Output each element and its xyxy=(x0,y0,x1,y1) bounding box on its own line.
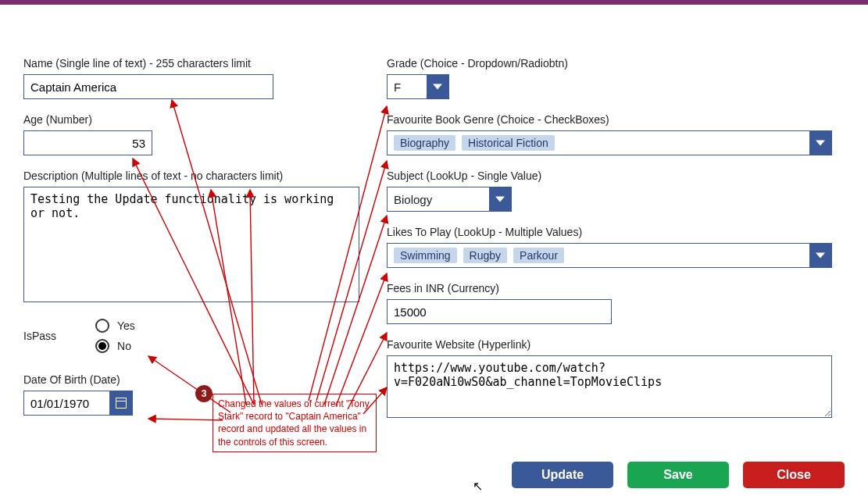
save-button-label: Save xyxy=(663,468,692,482)
fees-input[interactable] xyxy=(387,299,612,324)
likes-chip: Rugby xyxy=(463,248,507,263)
genre-field: Favourite Book Genre (Choice - CheckBoxe… xyxy=(387,113,840,155)
likes-field: Likes To Play (LookUp - Multiple Values)… xyxy=(387,226,840,268)
form-panel: Name (Single line of text) - 255 charact… xyxy=(12,22,856,496)
annotation-number: 3 xyxy=(202,388,207,399)
genre-multiselect[interactable]: Biography Historical Fiction xyxy=(387,130,832,155)
chevron-down-icon xyxy=(427,75,448,98)
dob-calendar-button[interactable] xyxy=(109,391,133,416)
ispass-radio-group: Yes No xyxy=(95,319,135,353)
ispass-radio-no[interactable]: No xyxy=(95,339,135,353)
annotation-badge: 3 xyxy=(195,385,213,402)
dob-input[interactable] xyxy=(23,391,109,416)
likes-chip: Parkour xyxy=(513,248,564,263)
update-button-label: Update xyxy=(541,468,584,482)
age-input[interactable] xyxy=(23,130,152,155)
name-label: Name (Single line of text) - 255 charact… xyxy=(23,57,367,70)
genre-label: Favourite Book Genre (Choice - CheckBoxe… xyxy=(387,113,840,126)
description-textarea[interactable]: Testing the Update functionality is work… xyxy=(23,187,359,302)
fees-label: Fees in INR (Currency) xyxy=(387,282,840,294)
radio-icon xyxy=(95,319,109,333)
dob-input-wrap xyxy=(23,391,133,416)
grade-label: Grade (Choice - Dropdown/Radiobtn) xyxy=(387,57,840,70)
chevron-down-icon xyxy=(809,244,831,267)
name-field: Name (Single line of text) - 255 charact… xyxy=(23,57,367,99)
chevron-down-icon xyxy=(809,131,831,155)
close-button[interactable]: Close xyxy=(743,462,845,488)
grade-select[interactable]: F xyxy=(387,74,449,99)
website-field: Favourite Website (Hyperlink) https://ww… xyxy=(387,338,840,420)
radio-icon xyxy=(95,339,109,353)
save-button[interactable]: Save xyxy=(627,462,729,488)
website-label: Favourite Website (Hyperlink) xyxy=(387,338,840,351)
description-field: Description (Multiple lines of text - no… xyxy=(23,169,367,305)
genre-chips: Biography Historical Fiction xyxy=(388,131,809,155)
age-field: Age (Number) xyxy=(23,113,367,155)
name-input[interactable] xyxy=(23,74,273,99)
footer-buttons: Update Save Close xyxy=(12,462,845,488)
likes-chips: Swimming Rugby Parkour xyxy=(388,244,809,267)
radio-no-label: No xyxy=(117,340,131,352)
app-window: Name (Single line of text) - 255 charact… xyxy=(0,0,868,496)
ispass-label: IsPass xyxy=(23,330,56,342)
subject-select[interactable]: Biology xyxy=(387,187,512,212)
fees-field: Fees in INR (Currency) xyxy=(387,282,840,324)
grade-value: F xyxy=(388,75,427,98)
description-label: Description (Multiple lines of text - no… xyxy=(23,169,367,182)
annotation-text-box: Changed the values of current "Tony Star… xyxy=(213,394,377,452)
likes-chip: Swimming xyxy=(394,248,457,263)
ispass-radio-yes[interactable]: Yes xyxy=(95,319,135,333)
genre-chip: Historical Fiction xyxy=(462,135,555,151)
likes-label: Likes To Play (LookUp - Multiple Values) xyxy=(387,226,840,238)
radio-yes-label: Yes xyxy=(117,319,135,332)
likes-multiselect[interactable]: Swimming Rugby Parkour xyxy=(387,243,832,268)
update-button[interactable]: Update xyxy=(512,462,613,488)
chevron-down-icon xyxy=(489,187,511,211)
genre-chip: Biography xyxy=(394,135,455,151)
subject-label: Subject (LookUp - Single Value) xyxy=(387,169,840,182)
right-column: Grade (Choice - Dropdown/Radiobtn) F Fav… xyxy=(387,57,840,434)
age-label: Age (Number) xyxy=(23,113,367,126)
calendar-icon xyxy=(116,398,127,409)
subject-field: Subject (LookUp - Single Value) Biology xyxy=(387,169,840,212)
close-button-label: Close xyxy=(777,468,811,482)
dob-label: Date Of Birth (Date) xyxy=(23,373,367,386)
ispass-field: IsPass Yes No xyxy=(23,319,367,353)
subject-value: Biology xyxy=(388,187,489,211)
grade-field: Grade (Choice - Dropdown/Radiobtn) F xyxy=(387,57,840,99)
left-column: Name (Single line of text) - 255 charact… xyxy=(23,57,367,430)
website-input[interactable]: https://www.youtube.com/watch?v=F020aNi0… xyxy=(387,355,832,418)
annotation-text: Changed the values of current "Tony Star… xyxy=(218,398,370,448)
